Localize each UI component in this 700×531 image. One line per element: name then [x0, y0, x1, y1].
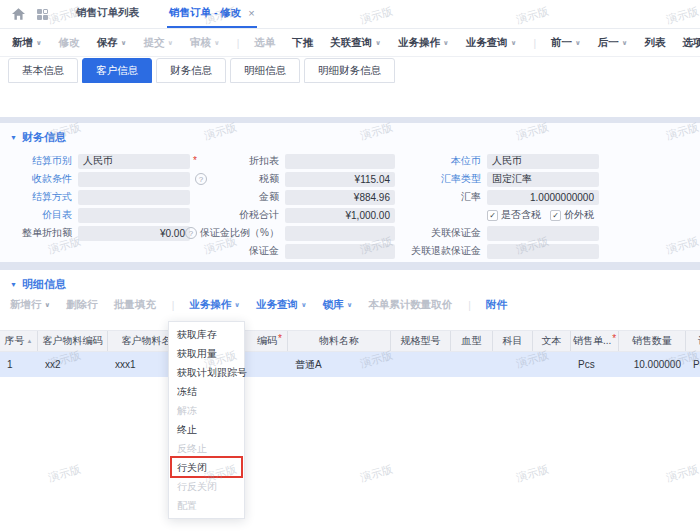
tab-detail-finance-info[interactable]: 明细财务信息	[304, 58, 395, 83]
column-header-spec-model[interactable]: 规格型号	[391, 331, 451, 351]
cell-sales-qty[interactable]: 10.000000	[619, 352, 686, 377]
column-header-text[interactable]: 文本	[533, 331, 571, 351]
settle-currency-input[interactable]: 人民币	[78, 154, 190, 169]
settle-method-input[interactable]	[78, 190, 190, 205]
discount-table-input[interactable]	[285, 154, 395, 169]
cell-text[interactable]	[533, 352, 571, 377]
checkbox-checked-icon[interactable]: ✓	[550, 210, 561, 221]
price-list-input[interactable]	[78, 208, 190, 223]
related-refund-deposit-input[interactable]	[487, 244, 599, 259]
collapse-triangle-icon[interactable]: ▼	[10, 281, 17, 288]
cell-cust-material-code[interactable]: xx2	[38, 352, 108, 377]
tab-sales-order-edit[interactable]: 销售订单 - 修改×	[167, 0, 257, 28]
order-discount-input[interactable]: ¥0.00	[78, 226, 190, 241]
field-rate-type: 汇率类型 固定汇率	[398, 170, 603, 188]
menu-item-freeze[interactable]: 冻结	[169, 382, 244, 401]
column-header-subject[interactable]: 科目	[493, 331, 533, 351]
column-header-cust-material-code[interactable]: 客户物料编码	[38, 331, 108, 351]
tab-customer-info[interactable]: 客户信息	[82, 58, 152, 83]
deposit-input[interactable]	[285, 244, 395, 259]
base-currency-input[interactable]: 人民币	[487, 154, 599, 169]
cell-blood-type[interactable]	[451, 352, 493, 377]
rate-type-label[interactable]: 汇率类型	[398, 172, 487, 186]
toolbar-button-new[interactable]: 新增∨	[12, 36, 42, 50]
column-header-blood-type[interactable]: 血型	[451, 331, 493, 351]
home-icon[interactable]	[12, 8, 25, 20]
payment-terms-label[interactable]: 收款条件	[0, 172, 78, 186]
grid-selected-row[interactable]: 1xx2xxx1普通APcs10.000000Pcs	[0, 352, 700, 377]
menu-item-terminate[interactable]: 终止	[169, 420, 244, 439]
menu-item-get-usage[interactable]: 获取用量	[169, 344, 244, 363]
total-with-tax-input[interactable]: ¥1,000.00	[285, 208, 395, 223]
base-currency-label[interactable]: 本位币	[398, 154, 487, 168]
tab-basic-info[interactable]: 基本信息	[8, 58, 78, 83]
business-ops-dropdown-menu: 获取库存获取用量获取计划跟踪号冻结解冻终止反终止行关闭行反关闭配置	[168, 321, 245, 519]
menu-item-get-inventory[interactable]: 获取库存	[169, 325, 244, 344]
tab-sales-order-list[interactable]: 销售订单列表	[74, 0, 141, 28]
required-asterisk: *	[278, 333, 282, 344]
checkbox-checked-icon[interactable]: ✓	[487, 210, 498, 221]
toolbar-button-business-ops[interactable]: 业务操作∨	[398, 36, 449, 50]
toolbar-button-modify: 修改	[59, 36, 80, 50]
toolbar-button-prev[interactable]: 前一∨	[551, 36, 581, 50]
cell-seq[interactable]: 1	[0, 352, 38, 377]
payment-terms-input[interactable]	[78, 172, 190, 187]
toolbar-button-business-query[interactable]: 业务查询∨	[466, 36, 517, 50]
settle-method-label[interactable]: 结算方式	[0, 190, 78, 204]
cell-subject[interactable]	[493, 352, 533, 377]
menu-item-get-plan-tracking-no[interactable]: 获取计划跟踪号	[169, 363, 244, 382]
price-list-label[interactable]: 价目表	[0, 208, 78, 222]
menu-item-row-close[interactable]: 行关闭	[169, 458, 244, 477]
amount-input[interactable]: ¥884.96	[285, 190, 395, 205]
toolbar-button-save[interactable]: 保存∨	[97, 36, 127, 50]
detail-grid: 序号▲客户物料编码客户物料名称编码*物料名称规格型号血型科目文本销售单...*销…	[0, 330, 700, 377]
menu-item-label: 获取用量	[177, 347, 217, 361]
finance-section-header[interactable]: ▼ 财务信息	[10, 130, 66, 145]
help-icon[interactable]: ?	[185, 227, 197, 239]
tax-included-checkbox[interactable]: ✓ 是否含税	[487, 208, 550, 222]
toolbar-button-next[interactable]: 后一∨	[598, 36, 628, 50]
menu-item-unterminate: 反终止	[169, 439, 244, 458]
column-header-material-name[interactable]: 物料名称	[288, 331, 391, 351]
detail-toolbar-button-lock-stock[interactable]: 锁库∨	[323, 298, 353, 312]
chevron-down-icon: ∨	[511, 39, 517, 46]
detail-toolbar-separator: |	[172, 300, 175, 311]
cell-sales-unit[interactable]: Pcs	[571, 352, 619, 377]
toolbar-button-list[interactable]: 列表	[644, 36, 665, 50]
column-header-sales-unit[interactable]: 销售单...*	[571, 331, 619, 351]
toolbar-button-options[interactable]: 选项∨	[682, 36, 700, 50]
close-icon[interactable]: ×	[248, 7, 254, 19]
rate-type-input[interactable]: 固定汇率	[487, 172, 599, 187]
tax-amount-input[interactable]: ¥115.04	[285, 172, 395, 187]
deposit-ratio-input[interactable]	[285, 226, 395, 241]
toolbar-button-push-down[interactable]: 下推	[292, 36, 313, 50]
toolbar-button-related-query[interactable]: 关联查询∨	[330, 36, 381, 50]
settle-currency-label[interactable]: 结算币别	[0, 154, 78, 168]
tab-finance-info[interactable]: 财务信息	[156, 58, 226, 83]
cell-unit[interactable]: Pcs	[686, 352, 700, 377]
menu-item-label: 获取计划跟踪号	[177, 366, 247, 380]
cell-spec-model[interactable]	[391, 352, 451, 377]
button-label: 锁库	[323, 298, 344, 312]
column-header-unit[interactable]: 计...	[686, 331, 700, 351]
collapse-triangle-icon[interactable]: ▼	[10, 134, 17, 141]
button-label: 附件	[486, 298, 507, 312]
cell-material-name[interactable]: 普通A	[288, 352, 391, 377]
apps-menu-icon[interactable]	[37, 9, 48, 20]
detail-toolbar-button-business-ops[interactable]: 业务操作∨	[189, 298, 240, 312]
column-header-sales-qty[interactable]: 销售数量	[619, 331, 686, 351]
button-label: 前一	[551, 36, 572, 50]
rate-input[interactable]: 1.0000000000	[487, 190, 599, 205]
detail-section-header[interactable]: ▼ 明细信息	[10, 277, 66, 292]
column-header-seq[interactable]: 序号▲	[0, 331, 38, 351]
form-section-tabs: 基本信息客户信息财务信息明细信息明细财务信息	[8, 58, 395, 83]
tab-label: 明细信息	[244, 64, 286, 78]
menu-item-label: 反终止	[177, 442, 207, 456]
related-deposit-input[interactable]	[487, 226, 599, 241]
tab-detail-info[interactable]: 明细信息	[230, 58, 300, 83]
menu-item-label: 冻结	[177, 385, 197, 399]
detail-toolbar-button-business-query[interactable]: 业务查询∨	[256, 298, 307, 312]
detail-info-section: ▼ 明细信息 新增行∨删除行批量填充|业务操作∨业务查询∨锁库∨本单累计数量取价…	[0, 270, 700, 531]
extra-tax-checkbox[interactable]: ✓ 价外税	[550, 208, 603, 222]
detail-toolbar-button-attachment[interactable]: 附件	[486, 298, 507, 312]
